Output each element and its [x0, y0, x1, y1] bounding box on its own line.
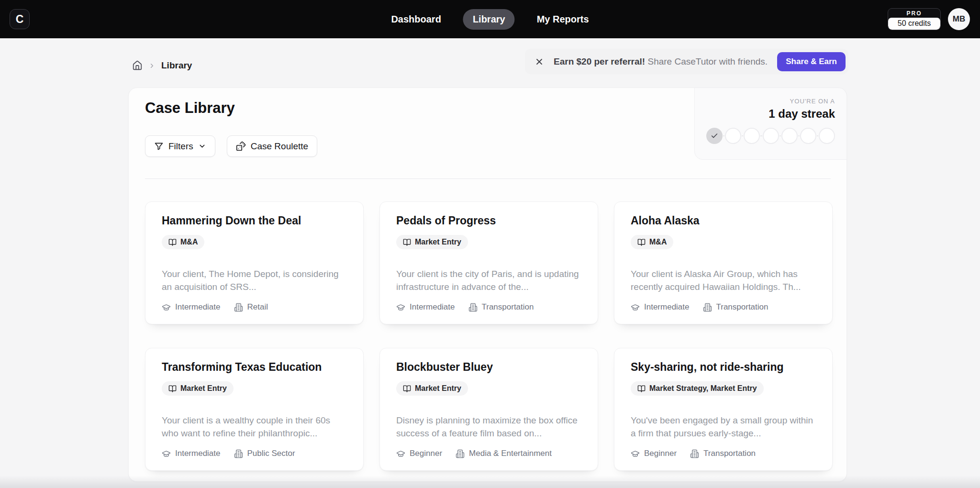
app-logo-letter: C — [16, 13, 24, 26]
case-tag-label: Market Entry — [415, 384, 461, 393]
case-tag-pill: Market Strategy, Market Entry — [631, 381, 764, 396]
case-meta: Intermediate Transportation — [631, 302, 816, 312]
difficulty-meta: Intermediate — [631, 302, 690, 312]
case-card[interactable]: Transforming Texas Education Market Entr… — [145, 348, 364, 471]
case-roulette-label: Case Roulette — [251, 141, 308, 152]
case-library-panel: Case Library Filters Case Roulette YOU' — [128, 88, 847, 482]
case-tag-label: M&A — [180, 238, 198, 246]
industry-label: Retail — [247, 302, 268, 312]
graduation-cap-icon — [162, 303, 171, 312]
case-description: Your client is the city of Paris, and is… — [396, 267, 581, 293]
case-meta: Beginner Media & Entertainment — [396, 449, 581, 458]
building-icon — [690, 449, 699, 458]
streak-day-incomplete — [763, 128, 779, 144]
streak-connector — [817, 135, 818, 136]
credits-label: 50 credits — [888, 18, 940, 30]
case-meta: Beginner Transportation — [631, 449, 816, 458]
nav-item-my-reports[interactable]: My Reports — [527, 9, 599, 30]
close-icon[interactable] — [535, 57, 544, 67]
difficulty-label: Intermediate — [175, 449, 221, 458]
streak-connector — [780, 135, 781, 136]
difficulty-meta: Beginner — [631, 449, 677, 458]
avatar[interactable]: MB — [948, 8, 970, 30]
industry-meta: Media & Entertainment — [456, 449, 552, 458]
case-description: You've been engaged by a small group wit… — [631, 414, 816, 440]
breadcrumb-current: Library — [161, 60, 192, 71]
book-open-icon — [403, 385, 411, 393]
top-nav-bar: C Dashboard Library My Reports PRO 50 cr… — [0, 0, 980, 38]
primary-nav: Dashboard Library My Reports — [381, 0, 598, 38]
streak-day-incomplete — [781, 128, 798, 144]
industry-meta: Transportation — [703, 302, 768, 312]
case-card[interactable]: Blockbuster Bluey Market Entry Disney is… — [379, 348, 598, 471]
plan-credits-badge[interactable]: PRO 50 credits — [888, 8, 941, 30]
case-title: Aloha Alaska — [631, 214, 816, 227]
case-meta: Intermediate Transportation — [396, 302, 581, 312]
case-tag-pill: Market Entry — [396, 235, 468, 249]
book-open-icon — [637, 385, 646, 393]
difficulty-meta: Intermediate — [162, 302, 221, 312]
difficulty-meta: Intermediate — [396, 302, 455, 312]
graduation-cap-icon — [396, 449, 405, 458]
industry-label: Transportation — [482, 302, 534, 312]
referral-banner-text: Earn $20 per referral! Share CaseTutor w… — [554, 56, 768, 67]
industry-meta: Transportation — [468, 302, 534, 312]
library-toolbar: Filters Case Roulette — [145, 135, 317, 157]
case-description: Your client is a wealthy couple in their… — [162, 414, 347, 440]
case-title: Hammering Down the Deal — [162, 214, 347, 227]
case-roulette-button[interactable]: Case Roulette — [227, 135, 317, 157]
book-open-icon — [403, 238, 411, 246]
building-icon — [234, 303, 243, 312]
building-icon — [234, 449, 243, 458]
case-meta: Intermediate Public Sector — [162, 449, 347, 458]
industry-label: Media & Entertainment — [469, 449, 552, 458]
case-title: Pedals of Progress — [396, 214, 581, 227]
graduation-cap-icon — [631, 303, 640, 312]
case-description: Your client, The Home Depot, is consider… — [162, 267, 347, 293]
case-description: Your client is Alaska Air Group, which h… — [631, 267, 816, 293]
nav-right-group: PRO 50 credits MB — [888, 0, 970, 38]
chevron-right-icon — [148, 62, 156, 69]
streak-widget: YOU'RE ON A 1 day streak — [694, 88, 847, 160]
industry-label: Transportation — [703, 449, 756, 458]
industry-meta: Public Sector — [234, 449, 295, 458]
filters-button[interactable]: Filters — [145, 135, 215, 157]
difficulty-label: Intermediate — [410, 302, 455, 312]
industry-label: Public Sector — [247, 449, 295, 458]
referral-regular-text: Share CaseTutor with friends. — [647, 56, 768, 67]
graduation-cap-icon — [396, 303, 405, 312]
case-title: Blockbuster Bluey — [396, 361, 581, 374]
streak-eyebrow: YOU'RE ON A — [706, 98, 835, 105]
case-tag-label: Market Entry — [180, 384, 227, 393]
referral-banner: Earn $20 per referral! Share CaseTutor w… — [525, 49, 848, 74]
page-title: Case Library — [145, 100, 235, 117]
home-icon[interactable] — [132, 60, 143, 71]
building-icon — [468, 303, 478, 312]
difficulty-label: Beginner — [644, 449, 677, 458]
case-card[interactable]: Pedals of Progress Market Entry Your cli… — [379, 201, 598, 324]
streak-connector — [798, 135, 800, 136]
app-logo[interactable]: C — [10, 9, 30, 29]
nav-item-dashboard[interactable]: Dashboard — [381, 9, 450, 30]
streak-day-incomplete — [819, 128, 835, 144]
section-divider — [145, 178, 831, 179]
difficulty-label: Intermediate — [644, 302, 690, 312]
streak-title: 1 day streak — [706, 107, 835, 121]
streak-connector — [723, 135, 724, 136]
book-open-icon — [637, 238, 646, 246]
check-icon — [711, 132, 718, 140]
case-card[interactable]: Sky-sharing, not ride-sharing Market Str… — [614, 348, 833, 471]
case-card[interactable]: Hammering Down the Deal M&A Your client,… — [145, 201, 364, 324]
referral-bold-text: Earn $20 per referral! — [554, 56, 645, 67]
case-title: Sky-sharing, not ride-sharing — [631, 361, 816, 374]
case-tag-label: M&A — [649, 238, 667, 246]
case-tag-pill: Market Entry — [396, 381, 468, 396]
case-card[interactable]: Aloha Alaska M&A Your client is Alaska A… — [614, 201, 833, 324]
streak-day-dots — [706, 128, 835, 144]
industry-label: Transportation — [716, 302, 768, 312]
share-earn-button[interactable]: Share & Earn — [777, 52, 846, 71]
streak-day-complete — [706, 128, 723, 144]
nav-item-library[interactable]: Library — [463, 9, 515, 30]
case-tag-pill: M&A — [162, 235, 204, 249]
streak-day-incomplete — [800, 128, 816, 144]
